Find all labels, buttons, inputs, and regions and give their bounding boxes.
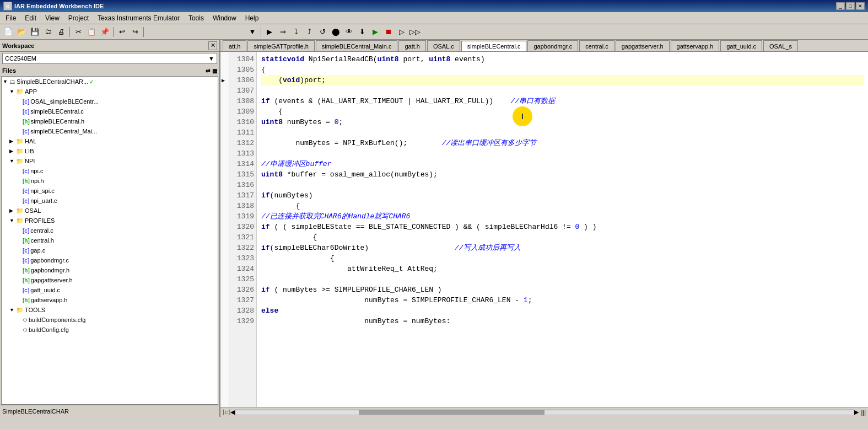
save-all-button[interactable]: 🗂 (42, 26, 54, 38)
run2-button[interactable]: ▷▷ (409, 26, 421, 38)
scroll-left[interactable]: ◀ (230, 409, 235, 416)
step-over-button[interactable]: ⇒ (277, 26, 289, 38)
breakpoint-button[interactable]: ⬤ (330, 26, 342, 38)
reset-button[interactable]: ↺ (316, 26, 328, 38)
code-line[interactable]: //申请缓冲区buffer (261, 159, 864, 169)
tab-OSAL-s[interactable]: OSAL_s (763, 40, 798, 51)
code-line[interactable]: numBytes = numBytes: (261, 316, 864, 326)
bottom-scrollbar[interactable]: ⌊c⌋ ◀ ▶ ||| (220, 407, 868, 417)
code-line[interactable]: static void NpiSerialReadCB(uint8 port, … (261, 54, 864, 65)
tree-item[interactable]: [h]gapbondmgr.h (2, 265, 218, 275)
debug-start-button[interactable]: ▶ (369, 26, 381, 38)
tab-OSAL-c[interactable]: OSAL.c (427, 40, 460, 51)
code-line[interactable]: if (events & (HAL_UART_RX_TIMEOUT | HAL_… (261, 96, 864, 106)
tab-gatt-uuid-c[interactable]: gatt_uuid.c (720, 40, 762, 51)
tab-simpleBLECentral-c[interactable]: simpleBLECentral.c (461, 41, 527, 52)
paste-button[interactable]: 📌 (99, 26, 111, 38)
tree-item[interactable]: ▼📁NPI (2, 156, 218, 166)
tab-gattservapp-h[interactable]: gattservapp.h (671, 40, 720, 51)
workspace-close-button[interactable]: ✕ (208, 41, 217, 50)
workspace-dropdown[interactable]: CC2540EM ▼ (2, 53, 217, 64)
menu-ti-emulator[interactable]: Texas Instruments Emulator (93, 13, 184, 23)
new-file-button[interactable]: 📄 (2, 26, 14, 38)
code-line[interactable]: if ( numBytes >= SIMPLEPROFILE_CHAR6_LEN… (261, 285, 864, 295)
tree-item[interactable]: ▼📁PROFILES (2, 216, 218, 226)
code-line[interactable]: numBytes = NPI_RxBufLen(); //读出串口缓冲区有多少字… (261, 138, 864, 148)
tree-item[interactable]: ⚙buildComponents.cfg (2, 315, 218, 325)
tab-gapgattserver-h[interactable]: gapgattserver.h (616, 40, 670, 51)
tab-central-c[interactable]: central.c (579, 40, 614, 51)
filter-icon[interactable]: ▦ (212, 68, 217, 74)
menu-view[interactable]: View (41, 13, 64, 23)
tree-item[interactable]: [h]simpleBLECentral.h (2, 116, 218, 126)
menu-project[interactable]: Project (64, 13, 93, 23)
tab-gatt-h[interactable]: gatt.h (398, 40, 426, 51)
print-button[interactable]: 🖨 (55, 26, 67, 38)
scroll-right[interactable]: ▶ (854, 409, 859, 416)
menu-edit[interactable]: Edit (20, 13, 41, 23)
dropdown-arrow[interactable]: ▼ (246, 26, 258, 38)
code-line[interactable]: { (261, 232, 864, 243)
code-line[interactable] (261, 274, 864, 285)
scrollbar-thumb[interactable] (359, 410, 544, 415)
tree-item[interactable]: [h]central.h (2, 235, 218, 245)
cut-button[interactable]: ✂ (72, 26, 84, 38)
tree-item[interactable]: ▶📁HAL (2, 136, 218, 146)
watch-button[interactable]: 👁 (343, 26, 355, 38)
tree-item[interactable]: [c]central.c (2, 226, 218, 235)
menu-window[interactable]: Window (208, 13, 241, 23)
save-button[interactable]: 💾 (29, 26, 41, 38)
code-line[interactable]: (void)port; (261, 75, 864, 85)
tree-item[interactable]: ▶📁LIB (2, 146, 218, 156)
step-into-button[interactable]: ⤵ (290, 26, 302, 38)
code-line[interactable]: uint8 *buffer = osal_mem_alloc(numBytes)… (261, 169, 864, 180)
tab-gapbondmgr-c[interactable]: gapbondmgr.c (527, 40, 578, 51)
tree-item[interactable]: [c]npi_spi.c (2, 186, 218, 196)
code-line[interactable]: { (261, 106, 864, 117)
code-line[interactable]: numBytes = SIMPLEPROFILE_CHAR6_LEN - 1; (261, 295, 864, 305)
run-button[interactable]: ▷ (396, 26, 408, 38)
tree-item[interactable]: [c]npi.c (2, 166, 218, 176)
tree-item[interactable]: [c]gapbondmgr.c (2, 255, 218, 265)
tree-item[interactable]: [c]OSAL_simpleBLECentr... (2, 96, 218, 106)
tree-item[interactable]: ▼🗂SimpleBLECentralCHAR...✓ (2, 77, 218, 87)
tree-item[interactable]: [c]simpleBLECentral_Mai... (2, 126, 218, 136)
code-line[interactable]: if ( ( simpleBLEState == BLE_STATE_CONNE… (261, 222, 864, 232)
undo-button[interactable]: ↩ (116, 26, 128, 38)
code-line[interactable]: { (261, 65, 864, 75)
editor-area[interactable]: ▶ 13041305130613071308130913101311131213… (220, 52, 868, 407)
copy-button[interactable]: 📋 (85, 26, 98, 38)
tree-item[interactable]: ⚙buildConfig.cfg (2, 325, 218, 335)
menu-tools[interactable]: Tools (184, 13, 208, 23)
tree-item[interactable]: [h]npi.h (2, 176, 218, 186)
sync-icon[interactable]: ⇄ (206, 68, 210, 74)
tree-item[interactable]: ▼📁APP (2, 87, 218, 96)
code-line[interactable]: uint8 numBytes = 0; (261, 117, 864, 127)
open-button[interactable]: 📂 (15, 26, 28, 38)
tree-item[interactable]: ▶📁OSAL (2, 206, 218, 216)
code-line[interactable] (261, 148, 864, 159)
tree-item[interactable]: [h]gattservapp.h (2, 295, 218, 305)
code-content[interactable]: static void NpiSerialReadCB(uint8 port, … (257, 52, 868, 407)
code-line[interactable] (261, 85, 864, 96)
go-button[interactable]: ▶ (263, 26, 276, 38)
debug-stop-button[interactable]: ⏹ (382, 26, 395, 38)
step-out-button[interactable]: ⤴ (303, 26, 315, 38)
tree-item[interactable]: ▼📁TOOLS (2, 305, 218, 315)
tree-item[interactable]: [h]gapgattserver.h (2, 275, 218, 285)
download-button[interactable]: ⬇ (356, 26, 368, 38)
code-line[interactable]: if(numBytes) (261, 190, 864, 201)
code-line[interactable] (261, 127, 864, 138)
code-line[interactable]: //已连接并获取完CHAR6的Handle就写CHAR6 (261, 211, 864, 222)
code-line[interactable]: attWriteReq_t AttReq; (261, 264, 864, 274)
scrollbar-track[interactable] (235, 410, 855, 415)
tab-simpleGATTprofile-h[interactable]: simpleGATTprofile.h (247, 40, 314, 51)
tab-simpleBLECentral-Main-c[interactable]: simpleBLECentral_Main.c (316, 40, 398, 51)
maximize-button[interactable]: □ (846, 2, 855, 10)
code-line[interactable]: if(simpleBLEChar6DoWrite) //写入成功后再写入 (261, 243, 864, 253)
redo-button[interactable]: ↪ (129, 26, 141, 38)
menu-file[interactable]: File (1, 13, 20, 23)
minimize-button[interactable]: _ (836, 2, 845, 10)
code-line[interactable]: { (261, 201, 864, 211)
close-button[interactable]: ✕ (856, 2, 865, 10)
